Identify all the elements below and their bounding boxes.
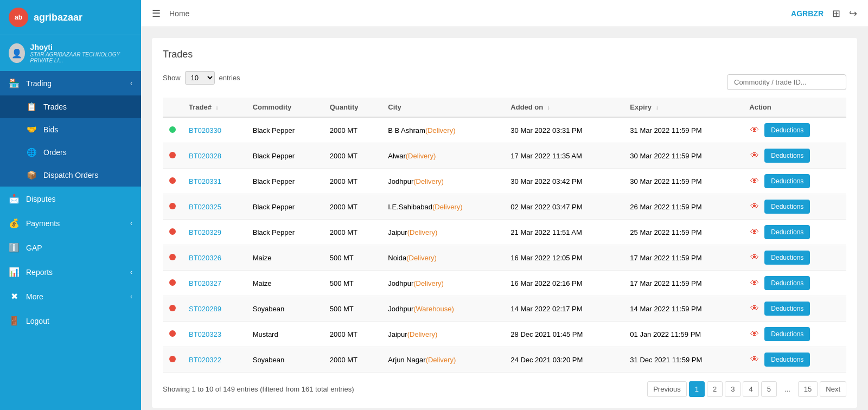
action-cell: 👁 Deductions <box>743 245 846 271</box>
trade-link[interactable]: BT020328 <box>189 152 221 160</box>
trades-table: Trade# ↕ Commodity Quantity City Added o… <box>163 98 846 373</box>
deductions-button[interactable]: Deductions <box>764 353 810 367</box>
sidebar-item-label: GAP <box>26 244 42 252</box>
sidebar-item-logout[interactable]: 🚪 Logout <box>0 309 141 333</box>
page-3-button[interactable]: 3 <box>725 381 741 397</box>
sidebar-item-trades[interactable]: 📋 Trades <box>0 95 141 118</box>
trade-link[interactable]: BT020325 <box>189 203 221 211</box>
orders-icon: 🌐 <box>26 148 37 157</box>
col-trade-num[interactable]: Trade# ↕ <box>182 98 246 117</box>
status-dot <box>169 126 176 133</box>
added-on-cell: 21 Mar 2022 11:51 AM <box>504 220 623 245</box>
deductions-button[interactable]: Deductions <box>764 200 810 214</box>
sidebar-item-more[interactable]: ✖ More ‹ <box>0 284 141 309</box>
sidebar-item-label: Trades <box>43 102 67 111</box>
hamburger-icon[interactable]: ☰ <box>152 8 161 20</box>
topbar-logout-icon[interactable]: ↪ <box>849 8 857 20</box>
sidebar-item-disputes[interactable]: 📩 Disputes <box>0 187 141 211</box>
deductions-button[interactable]: Deductions <box>764 276 810 290</box>
page-1-button[interactable]: 1 <box>689 381 705 397</box>
sidebar-item-trading[interactable]: 🏪 Trading ‹ <box>0 71 141 95</box>
reports-icon: 📊 <box>9 267 20 277</box>
main-area: ☰ Home AGRBZR ⊞ ↪ Trades Show 10 25 50 1… <box>141 0 868 410</box>
deductions-button[interactable]: Deductions <box>764 251 810 265</box>
view-button[interactable]: 👁 <box>749 201 760 213</box>
trade-link[interactable]: BT020322 <box>189 356 221 364</box>
view-button[interactable]: 👁 <box>749 150 760 162</box>
city-cell: B B Ashram(Delivery) <box>381 117 504 143</box>
sidebar-item-label: Payments <box>26 219 60 228</box>
table-row: BT020330 Black Pepper 2000 MT B B Ashram… <box>163 117 846 143</box>
page-2-button[interactable]: 2 <box>707 381 723 397</box>
view-button[interactable]: 👁 <box>749 303 760 315</box>
deductions-button[interactable]: Deductions <box>764 174 810 188</box>
added-on-cell: 17 Mar 2022 11:35 AM <box>504 143 623 169</box>
status-cell <box>163 143 182 169</box>
sidebar-item-dispatch-orders[interactable]: 📦 Dispatch Orders <box>0 164 141 187</box>
sidebar-item-payments[interactable]: 💰 Payments ‹ <box>0 211 141 235</box>
logout-icon: 🚪 <box>9 316 20 326</box>
deductions-button[interactable]: Deductions <box>764 123 810 137</box>
col-added-on[interactable]: Added on ↕ <box>504 98 623 117</box>
commodity-cell: Soyabean <box>246 296 323 322</box>
trade-link[interactable]: BT020329 <box>189 228 221 236</box>
page-15-button[interactable]: 15 <box>798 381 818 397</box>
avatar: 👤 <box>9 43 25 63</box>
deductions-button[interactable]: Deductions <box>764 327 810 341</box>
view-button[interactable]: 👁 <box>749 175 760 187</box>
status-dot <box>169 279 176 286</box>
trade-link[interactable]: BT020327 <box>189 279 221 287</box>
view-button[interactable]: 👁 <box>749 277 760 289</box>
city-cell: Alwar(Delivery) <box>381 143 504 169</box>
entries-select[interactable]: 10 25 50 100 <box>185 71 215 85</box>
view-button[interactable]: 👁 <box>749 354 760 366</box>
sidebar-item-orders[interactable]: 🌐 Orders <box>0 141 141 164</box>
expiry-cell: 17 Mar 2022 11:59 PM <box>623 271 743 296</box>
col-status <box>163 98 182 117</box>
prev-button[interactable]: Previous <box>647 381 687 397</box>
sidebar-item-label: Logout <box>26 317 49 325</box>
pagination-dots: ... <box>779 382 796 396</box>
trade-link[interactable]: BT020323 <box>189 330 221 338</box>
quantity-cell: 2000 MT <box>323 347 382 373</box>
status-dot <box>169 305 176 311</box>
quantity-cell: 2000 MT <box>323 194 382 220</box>
page-5-button[interactable]: 5 <box>761 381 777 397</box>
status-dot <box>169 152 176 158</box>
sidebar-item-gap[interactable]: ℹ️ GAP <box>0 235 141 260</box>
action-cell: 👁 Deductions <box>743 296 846 322</box>
user-company: STAR AGRIBAZAAR TECHNOLOGY PRIVATE LI... <box>30 52 132 63</box>
sidebar-item-label: Disputes <box>26 195 55 203</box>
home-breadcrumb[interactable]: Home <box>169 9 189 18</box>
deductions-button[interactable]: Deductions <box>764 149 810 163</box>
more-icon: ✖ <box>9 291 20 302</box>
view-button[interactable]: 👁 <box>749 124 760 136</box>
city-cell: I.E.Sahibabad(Delivery) <box>381 194 504 220</box>
view-button[interactable]: 👁 <box>749 252 760 264</box>
disputes-icon: 📩 <box>9 194 20 204</box>
added-on-cell: 30 Mar 2022 03:31 PM <box>504 117 623 143</box>
table-row: BT020322 Soyabean 2000 MT Arjun Nagar(De… <box>163 347 846 373</box>
trade-link[interactable]: BT020330 <box>189 126 221 134</box>
trade-num-cell: BT020330 <box>182 117 246 143</box>
sidebar-item-reports[interactable]: 📊 Reports ‹ <box>0 260 141 284</box>
trade-link[interactable]: ST020289 <box>189 305 221 313</box>
sidebar-item-bids[interactable]: 🤝 Bids <box>0 118 141 141</box>
page-4-button[interactable]: 4 <box>743 381 758 397</box>
col-quantity: Quantity <box>323 98 382 117</box>
action-cell: 👁 Deductions <box>743 322 846 347</box>
grid-icon[interactable]: ⊞ <box>832 8 840 20</box>
table-row: BT020327 Maize 500 MT Jodhpur(Delivery) … <box>163 271 846 296</box>
view-button[interactable]: 👁 <box>749 226 760 238</box>
col-expiry[interactable]: Expiry ↕ <box>623 98 743 117</box>
expiry-cell: 30 Mar 2022 11:59 PM <box>623 143 743 169</box>
deductions-button[interactable]: Deductions <box>764 302 810 316</box>
trade-link[interactable]: BT020331 <box>189 177 221 185</box>
trade-link[interactable]: BT020326 <box>189 254 221 262</box>
view-button[interactable]: 👁 <box>749 328 760 340</box>
deductions-button[interactable]: Deductions <box>764 225 810 239</box>
trade-num-cell: BT020331 <box>182 169 246 194</box>
search-input[interactable] <box>727 74 846 90</box>
next-button[interactable]: Next <box>820 381 846 397</box>
status-cell <box>163 271 182 296</box>
